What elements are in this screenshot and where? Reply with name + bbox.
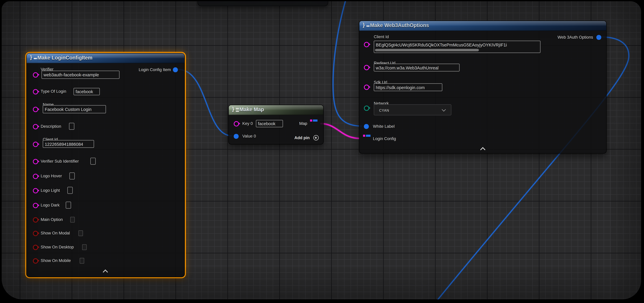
add-pin-icon[interactable] <box>314 135 319 140</box>
node-make-web3authoptions[interactable]: } Make Web3AuthOptions Web 3Auth Options… <box>359 20 606 154</box>
blueprint-editor: } Make LoginConfigItem Login Config Item… <box>0 0 644 303</box>
pin-label-description: Description <box>40 124 61 129</box>
partial-node[interactable] <box>198 1 328 6</box>
make-struct-icon: } <box>30 54 32 60</box>
wire-loginconfigitem-to-value0[interactable] <box>178 70 232 136</box>
wire-top-to-white-label[interactable] <box>333 1 362 126</box>
pin-main-option[interactable] <box>32 217 38 222</box>
network-dropdown[interactable]: CYAN <box>374 104 451 116</box>
pin-logo-light[interactable] <box>32 188 38 193</box>
pin-show-on-modal[interactable] <box>32 230 38 236</box>
pin-value-0[interactable] <box>234 134 238 138</box>
collapse-node-button[interactable] <box>480 147 486 152</box>
pin-label-map-output: Map <box>299 121 307 126</box>
output-pin-label: Web 3Auth Options <box>558 35 593 40</box>
node-title: Make LoginConfigItem <box>38 55 92 61</box>
pin-label-type-of-login: Type Of Login <box>40 89 66 94</box>
add-pin-label[interactable]: Add pin <box>294 136 310 140</box>
text-field-key-0[interactable]: facebook <box>256 120 283 127</box>
text-field-type-of-login[interactable]: facebook <box>74 88 100 95</box>
text-field-redirect-url[interactable]: w3a://com.w3a.Web3AuthUnreal <box>374 64 460 72</box>
text-field-name[interactable]: Facebook Custom Login <box>43 105 106 113</box>
text-field-description[interactable] <box>69 123 74 130</box>
pin-label-white-label: White Label <box>373 124 394 129</box>
make-map-icon: } <box>232 106 234 112</box>
pin-white-label[interactable] <box>364 124 368 129</box>
node-title: Make Web3AuthOptions <box>370 22 429 28</box>
hscrollbar-thumb[interactable] <box>375 49 479 52</box>
node-make-loginconfigitem[interactable]: } Make LoginConfigItem Login Config Item… <box>26 53 185 277</box>
make-struct-icon: } <box>362 22 365 28</box>
pin-label-show-on-modal: Show On Modal <box>40 231 70 236</box>
pin-label-key-0: Key 0 <box>242 121 253 126</box>
collapse-node-button[interactable] <box>103 270 108 275</box>
pin-verifier[interactable] <box>32 72 38 78</box>
node-make-map[interactable]: } Make Map Key 0 facebook Map Value 0 Ad… <box>228 105 324 144</box>
pin-logo-dark[interactable] <box>32 202 38 208</box>
text-field-verifier-sub-identifier[interactable] <box>90 158 96 164</box>
pin-show-on-desktop[interactable] <box>32 244 38 250</box>
pin-login-config-item-output[interactable] <box>173 67 178 72</box>
checkbox-main-option[interactable] <box>70 217 75 222</box>
pin-client-id[interactable] <box>364 42 369 47</box>
pin-type-of-login[interactable] <box>32 89 38 94</box>
pin-network[interactable] <box>364 105 369 111</box>
text-field-logo-dark[interactable] <box>66 202 71 208</box>
graph-canvas[interactable]: } Make LoginConfigItem Login Config Item… <box>2 1 641 300</box>
chevron-down-icon <box>442 108 446 112</box>
pin-show-on-mobile[interactable] <box>32 258 38 264</box>
pin-label-logo-light: Logo Light <box>40 188 60 193</box>
text-field-verifier[interactable]: web3auth-facebook-example <box>42 71 120 79</box>
pin-verifier-sub-identifier[interactable] <box>32 159 38 164</box>
pin-redirect-url[interactable] <box>364 65 369 70</box>
pin-label-logo-hover: Logo Hover <box>40 174 62 179</box>
text-field-logo-hover[interactable] <box>70 172 75 179</box>
pin-label-show-on-desktop: Show On Desktop <box>40 245 74 250</box>
pin-sdk-url[interactable] <box>364 84 369 90</box>
checkbox-show-on-modal[interactable] <box>78 230 83 236</box>
node-title: Make Map <box>240 107 264 112</box>
checkbox-show-on-desktop[interactable] <box>82 244 86 250</box>
pin-description[interactable] <box>32 124 38 129</box>
text-field-logo-light[interactable] <box>67 187 73 194</box>
pin-label-verifier-sub-identifier: Verifier Sub Identifier <box>40 159 79 164</box>
pin-client-id[interactable] <box>32 142 38 147</box>
text-field-client-id[interactable]: 1222658941886084 <box>43 140 94 148</box>
pin-label-value-0: Value 0 <box>242 134 256 139</box>
pin-label-main-option: Main Option <box>40 217 63 222</box>
pin-label-client-id: Client Id <box>374 34 389 40</box>
pin-key-0[interactable] <box>234 121 239 126</box>
pin-label-show-on-mobile: Show On Mobile <box>40 258 71 263</box>
text-field-sdk-url[interactable]: https://sdk.openlogin.com <box>374 84 442 91</box>
checkbox-show-on-mobile[interactable] <box>80 258 84 264</box>
pin-logo-hover[interactable] <box>32 174 38 179</box>
pin-name[interactable] <box>32 106 38 112</box>
pin-label-logo-dark: Logo Dark <box>40 203 60 208</box>
pin-label-login-config: Login Config <box>373 136 396 141</box>
pin-web3auth-options-output[interactable] <box>596 35 601 40</box>
network-dropdown-value: CYAN <box>379 108 389 112</box>
output-pin-label: Login Config Item <box>138 67 171 72</box>
